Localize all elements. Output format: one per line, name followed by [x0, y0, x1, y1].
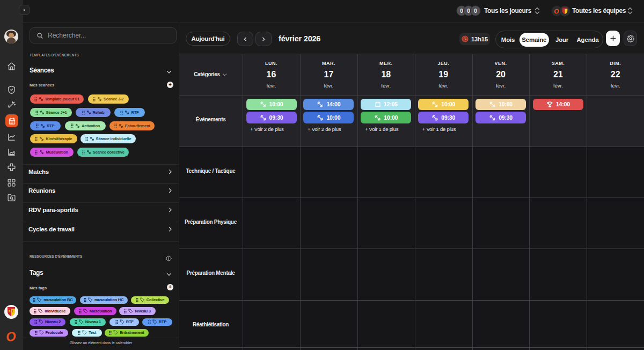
svg-text:L: L [12, 310, 14, 313]
svg-text:R: R [9, 310, 11, 313]
svg-text:O: O [5, 329, 17, 344]
